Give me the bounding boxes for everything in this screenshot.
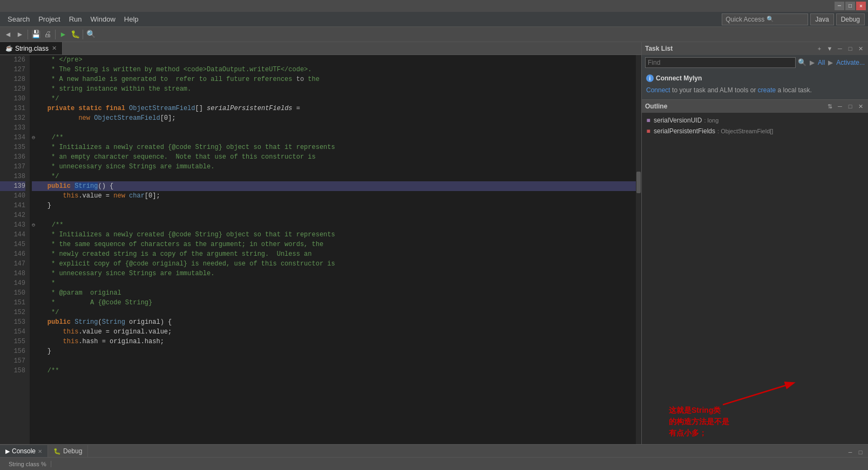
filter-sep2: ▶ [828, 59, 833, 66]
java-perspective-button[interactable]: Java [810, 13, 833, 25]
toolbar-print-button[interactable]: 🖨 [42, 29, 53, 40]
filter-sep: ▶ [810, 59, 815, 66]
line-num-130: 130 [0, 94, 25, 104]
line-num-127: 127 [0, 65, 25, 74]
line-num-139: 139 [0, 181, 25, 191]
menu-run[interactable]: Run [65, 13, 86, 25]
task-list-controls: + ▼ ─ □ ✕ [815, 44, 865, 53]
code-line-135: * Initializes a newly created {@code Str… [32, 142, 636, 152]
task-filter-button[interactable]: ▼ [825, 44, 834, 53]
debug-tab-label: Debug [63, 447, 82, 455]
debug-perspective-label: Debug [841, 16, 860, 23]
task-minimize-button[interactable]: ─ [836, 44, 844, 53]
bottom-tabs: ▶ Console ✕ 🐛 Debug ─ □ [0, 444, 868, 457]
task-new-button[interactable]: + [815, 44, 824, 53]
line-num-138: 138 [0, 172, 25, 181]
toolbar-back-button[interactable]: ◀ [2, 29, 14, 40]
code-line-156: } [32, 346, 636, 356]
outline-sort-button[interactable]: ⇅ [825, 102, 834, 111]
menu-search[interactable]: Search [3, 13, 34, 25]
toolbar-run-button[interactable]: ▶ [57, 29, 69, 40]
debug-perspective-button[interactable]: Debug [836, 13, 865, 25]
editor-container: ☕ String.class ✕ 126 127 128 129 130 131… [0, 42, 641, 444]
connect-mylyn-panel: i Connect Mylyn Connect to your task and… [642, 70, 868, 99]
line-num-158: 158 [0, 366, 25, 376]
outline-title: Outline [645, 103, 825, 110]
outline-header: Outline ⇅ ─ □ ✕ [642, 100, 868, 113]
field-icon-serialPersistentFields: ■ [644, 127, 653, 135]
task-maximize-button[interactable]: □ [846, 44, 855, 53]
outline-minimize-button[interactable]: ─ [836, 102, 844, 111]
outline-body: ■ serialVersionUID : long ■ serialPersis… [642, 113, 868, 444]
task-list-section: Task List + ▼ ─ □ ✕ 🔍 ▶ All ▶ Activate..… [642, 42, 868, 100]
fold-icon-134[interactable]: ⊖ [32, 135, 35, 141]
bottom-maximize-button[interactable]: □ [856, 448, 865, 457]
statusbar: String class % [0, 457, 868, 470]
line-num-151: 151 [0, 298, 25, 308]
code-line-155: this.hash = original.hash; [32, 337, 636, 346]
main-area: ☕ String.class ✕ 126 127 128 129 130 131… [0, 42, 868, 444]
connect-link[interactable]: Connect [646, 86, 670, 94]
line-num-157: 157 [0, 356, 25, 366]
minimize-button[interactable]: ─ [835, 2, 844, 10]
line-num-144: 144 [0, 230, 25, 240]
editor-scrollbar-thumb[interactable] [636, 172, 641, 193]
outline-item-serialPersistentFields[interactable]: ■ serialPersistentFields : ObjectStreamF… [642, 126, 868, 137]
tab-close-icon[interactable]: ✕ [52, 45, 57, 52]
debug-tab[interactable]: 🐛 Debug [48, 445, 88, 457]
create-link[interactable]: create [758, 86, 776, 94]
close-button[interactable]: ✕ [856, 2, 866, 10]
code-line-134: ⊖ /** [32, 133, 636, 142]
toolbar-save-button[interactable]: 💾 [30, 29, 42, 40]
status-classname: String class % [4, 461, 51, 467]
string-class-tab[interactable]: ☕ String.class ✕ [0, 42, 63, 55]
toolbar-forward-button[interactable]: ▶ [14, 29, 26, 40]
outline-item-serialVersionUID[interactable]: ■ serialVersionUID : long [642, 115, 868, 126]
console-tab[interactable]: ▶ Console ✕ [0, 445, 48, 457]
code-line-141: } [32, 201, 636, 210]
toolbar-search-button[interactable]: 🔍 [85, 29, 97, 40]
line-num-129: 129 [0, 84, 25, 94]
fold-icon-143[interactable]: ⊖ [32, 222, 35, 228]
right-panel: Task List + ▼ ─ □ ✕ 🔍 ▶ All ▶ Activate..… [641, 42, 868, 444]
line-num-134: 134 [0, 133, 25, 142]
console-tab-close[interactable]: ✕ [38, 448, 42, 454]
toolbar-separator-3 [83, 30, 83, 39]
task-list-title: Task List [645, 45, 815, 52]
line-num-137: 137 [0, 162, 25, 172]
line-numbers: 126 127 128 129 130 131 132 133 134 135 … [0, 55, 30, 444]
line-num-146: 146 [0, 249, 25, 259]
filter-activate[interactable]: Activate... [836, 59, 865, 66]
line-num-132: 132 [0, 113, 25, 123]
outline-maximize-button[interactable]: □ [846, 102, 855, 111]
menu-project[interactable]: Project [34, 13, 64, 25]
quick-access-input[interactable]: Quick Access 🔍 [722, 13, 808, 25]
filter-all[interactable]: All [818, 59, 825, 66]
outline-panel: Outline ⇅ ─ □ ✕ ■ serialVersionUID : lon… [642, 100, 868, 444]
editor-scrollbar[interactable] [636, 55, 641, 444]
code-line-129: * string instance within the stream. [32, 84, 636, 94]
task-close-button[interactable]: ✕ [856, 44, 865, 53]
maximize-button[interactable]: □ [845, 2, 855, 10]
connect-text2: a local task. [778, 86, 812, 94]
code-line-145: * the same sequence of characters as the… [32, 240, 636, 249]
outline-type-serialPersistentFields: : ObjectStreamField[] [717, 128, 773, 134]
toolbar-debug-button[interactable]: 🐛 [69, 29, 81, 40]
task-find-input[interactable] [645, 57, 796, 68]
tab-label: String.class [15, 45, 49, 52]
menu-window[interactable]: Window [86, 13, 120, 25]
code-line-146: * newly created string is a copy of the … [32, 249, 636, 259]
menu-help[interactable]: Help [120, 13, 143, 25]
bottom-minimize-button[interactable]: ─ [846, 448, 855, 457]
connect-mylyn-title: i Connect Mylyn [646, 74, 864, 82]
code-line-148: * unnecessary since Strings are immutabl… [32, 269, 636, 278]
code-line-147: * explicit copy of {@code original} is n… [32, 259, 636, 269]
console-icon: ▶ [5, 448, 10, 455]
code-line-142 [32, 210, 636, 220]
line-num-156: 156 [0, 346, 25, 356]
code-area[interactable]: * </pre> * The String is written by meth… [30, 55, 636, 444]
line-num-150: 150 [0, 288, 25, 298]
outline-close-button[interactable]: ✕ [856, 102, 865, 111]
annotation-overlay: 这就是String类的构造方法是不是有点小多； [669, 405, 729, 439]
annotation-text: 这就是String类的构造方法是不是有点小多； [669, 405, 729, 439]
